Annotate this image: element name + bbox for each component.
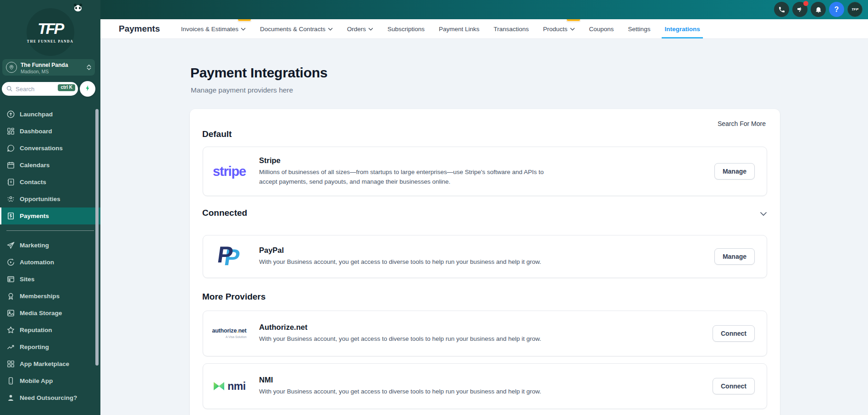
sidebar-item-reputation[interactable]: Reputation: [0, 322, 100, 339]
paypal-action: Manage: [714, 248, 755, 265]
sidebar-scrollbar[interactable]: [95, 109, 99, 366]
quick-actions-button[interactable]: [80, 81, 95, 97]
provider-name: Stripe: [259, 156, 702, 165]
location-name: The Funnel Panda: [21, 62, 68, 68]
paypal-logo: P P: [211, 243, 247, 270]
sidebar-item-launchpad[interactable]: Launchpad: [0, 106, 100, 123]
person-icon: [6, 393, 15, 403]
sidebar-item-conversations[interactable]: Conversations: [0, 140, 100, 157]
sidebar-item-payments[interactable]: Payments: [0, 208, 100, 224]
sidebar-item-reporting[interactable]: Reporting: [0, 339, 100, 355]
phone-button[interactable]: [774, 2, 789, 17]
topbar-icon-group: ? TFP: [774, 2, 862, 17]
account-avatar[interactable]: TFP: [847, 2, 862, 17]
announcements-button[interactable]: [792, 2, 807, 17]
sidebar-item-app-marketplace[interactable]: App Marketplace: [0, 355, 100, 372]
tab-subscriptions[interactable]: Subscriptions: [387, 19, 425, 38]
tab-transactions[interactable]: Transactions: [494, 19, 529, 38]
chevron-down-icon: [328, 27, 333, 31]
tab-invoices-estimates[interactable]: Invoices & Estimates New: [181, 19, 246, 38]
sidebar-item-media-storage[interactable]: Media Storage: [0, 305, 100, 322]
top-bar: ? TFP: [100, 0, 868, 19]
brand-logo-circle: TFP THE FUNNEL PANDA: [27, 8, 74, 56]
stripe-info: Stripe Millions of businesses of all siz…: [259, 156, 702, 186]
grid-icon: [6, 360, 15, 369]
sidebar-item-automation[interactable]: Automation: [0, 254, 100, 271]
search-for-more-link[interactable]: Search For More: [718, 120, 766, 127]
tab-integrations[interactable]: Integrations: [664, 19, 700, 38]
megaphone-icon: [796, 6, 804, 13]
provider-row-stripe: stripe Stripe Millions of businesses of …: [203, 147, 767, 196]
section-title-default: Default: [202, 129, 232, 139]
sidebar-item-opportunities[interactable]: Opportunities: [0, 191, 100, 208]
brand-monogram: TFP: [38, 21, 63, 36]
panda-icon: [74, 5, 82, 11]
authorize-net-logo: authorize.net A Visa Solution: [211, 328, 247, 339]
sidebar-item-marketing[interactable]: Marketing: [0, 237, 100, 254]
sidebar-item-memberships[interactable]: Memberships: [0, 288, 100, 305]
location-texts: The Funnel Panda Madison, MS: [21, 60, 87, 75]
location-switcher[interactable]: The Funnel Panda Madison, MS: [2, 59, 95, 76]
page-title: Payment Integrations: [190, 65, 327, 81]
sidebar-menu: Launchpad Dashboard Conversations Calend…: [0, 106, 100, 406]
connected-collapse-chevron[interactable]: [760, 210, 767, 218]
sidebar-item-need-outsourcing[interactable]: Need Outsourcing?: [0, 389, 100, 406]
brand-name: THE FUNNEL PANDA: [27, 39, 73, 44]
provider-name: Authorize.net: [259, 323, 701, 332]
nmi-info: NMI With your Business account, you get …: [259, 376, 701, 396]
dashboard-icon: [6, 127, 15, 136]
phone-icon: [778, 6, 785, 13]
sidebar-item-contacts[interactable]: Contacts: [0, 174, 100, 191]
tab-settings[interactable]: Settings: [628, 19, 651, 38]
search-icon: [6, 85, 13, 94]
payments-subnav: Payments Invoices & Estimates New Docume…: [100, 19, 868, 38]
provider-description: With your Business account, you get acce…: [259, 334, 701, 344]
provider-description: Millions of businesses of all sizes—from…: [259, 168, 562, 186]
sidebar-divider: [0, 224, 100, 237]
page-subtitle: Manage payment providers here: [191, 86, 293, 94]
image-icon: [6, 309, 15, 318]
paypal-letter-front: P: [216, 243, 234, 266]
stripe-logo: stripe: [211, 164, 247, 179]
automation-icon: [6, 258, 15, 267]
section-title-connected: Connected: [202, 208, 247, 218]
people-network-icon: [6, 195, 15, 204]
paypal-manage-button[interactable]: Manage: [714, 248, 755, 265]
lightning-icon: [84, 85, 91, 93]
authorize-connect-button[interactable]: Connect: [713, 325, 755, 342]
nmi-action: Connect: [713, 378, 755, 394]
sidebar-item-mobile-app[interactable]: Mobile App: [0, 372, 100, 389]
award-icon: [6, 292, 15, 301]
provider-row-authorize: authorize.net A Visa Solution Authorize.…: [203, 311, 767, 356]
integrations-card: Search For More Default stripe Stripe Mi…: [190, 109, 780, 415]
calendar-icon: [6, 161, 15, 170]
sidebar-item-sites[interactable]: Sites: [0, 271, 100, 288]
tab-coupons[interactable]: Coupons: [589, 19, 614, 38]
authorize-info: Authorize.net With your Business account…: [259, 323, 701, 344]
browser-window-icon: [6, 275, 15, 284]
nmi-connect-button[interactable]: Connect: [713, 378, 755, 394]
sidebar-item-calendars[interactable]: Calendars: [0, 157, 100, 174]
bell-icon: [815, 6, 822, 13]
paper-plane-icon: [6, 241, 15, 250]
provider-row-nmi: nmi NMI With your Business account, you …: [203, 363, 767, 409]
subnav-items: Invoices & Estimates New Documents & Con…: [181, 19, 700, 38]
chevron-down-icon: [368, 27, 373, 31]
tab-payment-links[interactable]: Payment Links: [439, 19, 480, 38]
tab-products[interactable]: Products New: [543, 19, 575, 38]
trend-up-icon: [6, 343, 15, 352]
avatar-monogram: TFP: [851, 7, 858, 11]
tab-documents-contracts[interactable]: Documents & Contracts: [260, 19, 333, 38]
smartphone-icon: [6, 377, 15, 386]
help-icon: ?: [835, 5, 839, 14]
stripe-manage-button[interactable]: Manage: [714, 163, 755, 180]
sidebar-item-dashboard[interactable]: Dashboard: [0, 123, 100, 140]
authorize-tagline: A Visa Solution: [212, 335, 246, 339]
payments-icon: [6, 212, 15, 221]
location-pin-icon: [6, 62, 17, 73]
help-button[interactable]: ?: [829, 2, 844, 17]
tab-orders[interactable]: Orders: [347, 19, 373, 38]
nmi-mark-icon: [213, 381, 225, 391]
launchpad-icon: [6, 110, 15, 119]
notifications-button[interactable]: [811, 2, 826, 17]
